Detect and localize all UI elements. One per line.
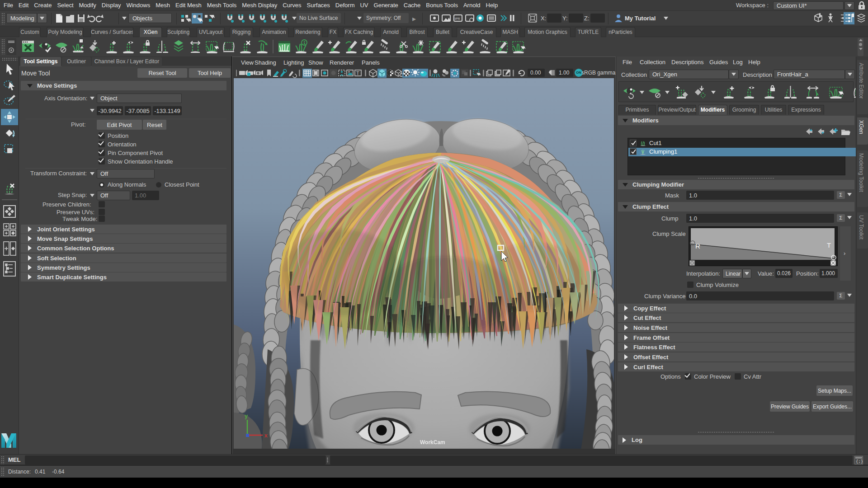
svg-text:y: y <box>245 413 248 419</box>
svg-text:WorkCam: WorkCam <box>420 439 445 446</box>
svg-text:x: x <box>264 432 268 439</box>
svg-text:R: R <box>695 242 700 250</box>
svg-text:{;}: {;} <box>856 460 863 464</box>
svg-text:T: T <box>356 70 359 76</box>
svg-text:IPR: IPR <box>455 17 460 20</box>
svg-text:T: T <box>827 241 831 249</box>
